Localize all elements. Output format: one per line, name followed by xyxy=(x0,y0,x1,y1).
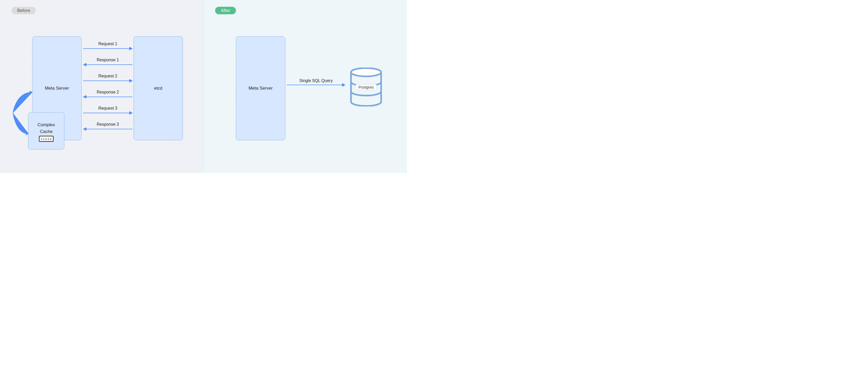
arrow-left-icon xyxy=(83,95,132,99)
svg-marker-5 xyxy=(83,63,86,66)
message-arrow: Response 2 xyxy=(83,90,132,99)
message-label: Response 2 xyxy=(97,90,119,95)
message-label: Response 3 xyxy=(97,122,119,127)
meta-server-label: Meta Server xyxy=(45,86,69,91)
diagram-canvas: Before Meta Server etcd Complex Cache ▯▯… xyxy=(0,0,407,173)
message-arrow: Response 3 xyxy=(83,122,132,131)
etcd-label: etcd xyxy=(154,86,162,91)
message-arrow: Response 1 xyxy=(83,58,132,66)
arrow-right-icon xyxy=(83,79,132,82)
message-label: Request 3 xyxy=(98,106,118,111)
memory-icon: ▯▯▯▯▯ xyxy=(39,136,54,142)
message-label: Request 1 xyxy=(98,41,118,46)
arrow-left-icon xyxy=(83,63,132,66)
meta-server-node-after: Meta Server xyxy=(236,36,285,140)
message-label: Request 2 xyxy=(98,74,118,78)
cache-loop-arrow xyxy=(13,91,34,135)
svg-marker-11 xyxy=(129,111,132,114)
before-panel: Before Meta Server etcd Complex Cache ▯▯… xyxy=(0,0,204,173)
after-badge: After xyxy=(215,7,236,14)
postgres-db-node: Postgres xyxy=(349,68,383,106)
svg-point-16 xyxy=(351,68,381,76)
meta-server-label-after: Meta Server xyxy=(249,86,273,91)
message-arrow: Request 1 xyxy=(83,41,132,51)
arrow-right-icon xyxy=(83,47,132,51)
svg-marker-3 xyxy=(129,47,132,50)
before-badge: Before xyxy=(11,7,36,14)
svg-marker-15 xyxy=(342,83,345,87)
cache-label-line2: Cache xyxy=(40,129,53,134)
message-arrow: Request 2 xyxy=(83,74,132,82)
sql-query-label: Single SQL Query xyxy=(299,78,333,83)
single-sql-query-arrow: Single SQL Query xyxy=(287,78,345,87)
svg-marker-9 xyxy=(83,95,86,98)
svg-marker-7 xyxy=(129,79,132,82)
message-arrow: Request 3 xyxy=(83,106,132,115)
postgres-label: Postgres xyxy=(355,84,376,90)
message-label: Response 1 xyxy=(97,58,119,62)
etcd-node: etcd xyxy=(133,36,183,140)
arrow-right-icon xyxy=(83,111,132,115)
svg-marker-13 xyxy=(83,128,86,131)
arrow-left-icon xyxy=(83,127,132,131)
after-panel: After Meta Server Single SQL Query xyxy=(204,0,407,173)
cache-label-line1: Complex xyxy=(37,122,55,128)
